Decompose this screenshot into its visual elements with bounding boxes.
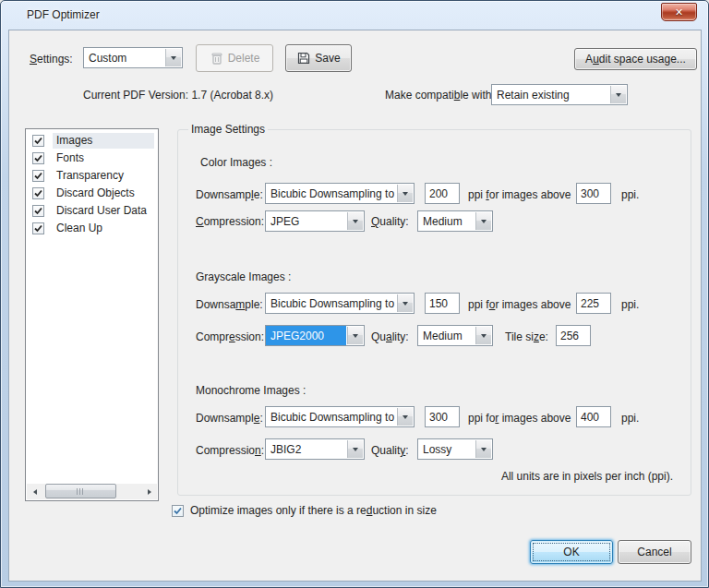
chevron-down-icon xyxy=(397,408,413,426)
compatibility-select[interactable]: Retain existing xyxy=(491,84,628,105)
list-item-label: Images xyxy=(53,133,154,149)
save-button[interactable]: Save xyxy=(285,44,352,72)
color-quality-value: Medium xyxy=(418,211,475,231)
window-title: PDF Optimizer xyxy=(27,8,100,21)
mono-quality-value: Lossy xyxy=(418,439,475,459)
dialog-body: Settings: Custom Delete Save Audit space xyxy=(8,30,702,582)
list-item-images[interactable]: Images xyxy=(27,132,157,150)
color-ppi-suffix: ppi. xyxy=(621,188,639,201)
list-item-transparency[interactable]: Transparency xyxy=(27,167,157,185)
chevron-down-icon xyxy=(475,327,491,344)
options-listbox[interactable]: Images Fonts Transparency Discard Object… xyxy=(25,128,159,501)
cancel-button-label: Cancel xyxy=(637,546,671,558)
color-compression-select[interactable]: JPEG xyxy=(265,210,365,232)
delete-button[interactable]: Delete xyxy=(196,44,273,72)
make-compatible-label: Make compatible with: xyxy=(385,89,495,102)
monochrome-images-heading: Monochrome Images : xyxy=(196,384,306,397)
check-icon xyxy=(33,223,43,234)
checkbox-clean-up[interactable] xyxy=(32,222,44,234)
mono-above-ppi-input[interactable] xyxy=(576,406,611,427)
checkbox-images[interactable] xyxy=(32,135,44,147)
list-item-discard-objects[interactable]: Discard Objects xyxy=(27,185,157,202)
optimize-label: Optimize images only if there is a reduc… xyxy=(190,504,437,517)
list-item-label: Discard User Data xyxy=(53,203,154,219)
list-item-fonts[interactable]: Fonts xyxy=(27,150,157,167)
mono-ppi-suffix: ppi. xyxy=(621,412,639,425)
units-note: All units are in pixels per inch (ppi). xyxy=(501,470,673,483)
gray-quality-select[interactable]: Medium xyxy=(417,325,493,346)
chevron-down-icon xyxy=(347,440,363,458)
settings-select[interactable]: Custom xyxy=(83,47,183,68)
scroll-left-button[interactable] xyxy=(27,484,42,499)
gray-compression-label: Compression: xyxy=(196,330,264,343)
optimize-checkbox[interactable] xyxy=(172,505,184,517)
list-item-discard-user-data[interactable]: Discard User Data xyxy=(27,202,157,220)
current-pdf-version-text: Current PDF Version: 1.7 (Acrobat 8.x) xyxy=(83,89,273,102)
delete-button-label: Delete xyxy=(228,52,260,65)
gray-downsample-select[interactable]: Bicubic Downsampling to xyxy=(265,293,415,314)
scroll-thumb[interactable] xyxy=(45,484,116,498)
mono-quality-label: Quality: xyxy=(371,444,409,457)
list-item-label: Transparency xyxy=(53,168,154,184)
list-item-clean-up[interactable]: Clean Up xyxy=(27,220,157,237)
mono-ppi-input[interactable] xyxy=(425,406,460,427)
audit-button-label: Audit space usage... xyxy=(585,53,686,66)
mono-compression-value: JBIG2 xyxy=(266,439,346,459)
color-quality-label: Quality: xyxy=(371,215,409,228)
close-button[interactable]: ✕ xyxy=(661,3,697,21)
color-compression-label: Compression: xyxy=(196,215,264,228)
color-images-heading: Color Images : xyxy=(200,156,272,169)
check-icon xyxy=(33,136,43,146)
gray-compression-select[interactable]: JPEG2000 xyxy=(265,325,365,346)
chevron-down-icon xyxy=(347,212,363,230)
audit-space-usage-button[interactable]: Audit space usage... xyxy=(574,48,697,70)
gray-tile-size-label: Tile size: xyxy=(505,330,548,343)
ok-button[interactable]: OK xyxy=(530,540,613,564)
color-above-label: ppi for images above xyxy=(468,188,571,201)
mono-compression-select[interactable]: JBIG2 xyxy=(265,438,365,460)
mono-downsample-value: Bicubic Downsampling to xyxy=(266,407,396,426)
color-ppi-input[interactable] xyxy=(425,183,460,204)
color-downsample-select[interactable]: Bicubic Downsampling to xyxy=(265,183,415,204)
checkbox-transparency[interactable] xyxy=(32,170,44,182)
color-above-ppi-input[interactable] xyxy=(576,183,611,204)
check-icon xyxy=(173,506,183,516)
cancel-button[interactable]: Cancel xyxy=(618,540,691,564)
gray-downsample-label: Downsample: xyxy=(196,298,263,311)
gray-tile-size-input[interactable] xyxy=(556,325,591,346)
scroll-track[interactable] xyxy=(42,484,141,499)
color-quality-select[interactable]: Medium xyxy=(417,210,493,232)
listbox-hscrollbar[interactable] xyxy=(27,484,157,499)
gray-downsample-value: Bicubic Downsampling to xyxy=(266,294,396,313)
scroll-right-button[interactable] xyxy=(141,484,157,499)
title-bar[interactable]: PDF Optimizer ✕ xyxy=(1,1,708,30)
save-floppy-icon xyxy=(296,51,311,66)
chevron-down-icon xyxy=(610,86,626,103)
compatibility-select-value: Retain existing xyxy=(492,85,609,104)
gray-above-label: ppi for images above xyxy=(468,298,571,311)
gray-compression-value: JPEG2000 xyxy=(266,326,346,345)
gray-above-ppi-input[interactable] xyxy=(576,293,611,314)
mono-quality-select[interactable]: Lossy xyxy=(417,438,493,460)
gray-quality-label: Quality: xyxy=(371,330,409,343)
chevron-down-icon xyxy=(165,49,181,66)
gray-ppi-input[interactable] xyxy=(425,293,460,314)
gray-quality-value: Medium xyxy=(418,326,475,345)
checkbox-discard-objects[interactable] xyxy=(32,187,44,199)
gray-ppi-suffix: ppi. xyxy=(621,298,639,311)
list-item-label: Fonts xyxy=(53,150,154,166)
mono-above-label: ppi for images above xyxy=(468,412,571,425)
list-item-label: Discard Objects xyxy=(53,186,154,201)
grip-icon xyxy=(77,488,85,495)
color-compression-value: JPEG xyxy=(266,211,346,231)
check-icon xyxy=(33,171,43,181)
arrow-left-icon xyxy=(33,489,37,495)
check-icon xyxy=(33,188,43,198)
arrow-right-icon xyxy=(148,489,151,495)
checkbox-fonts[interactable] xyxy=(32,152,44,164)
checkbox-discard-user-data[interactable] xyxy=(32,205,44,217)
image-settings-group-title: Image Settings xyxy=(188,123,268,136)
mono-downsample-label: Downsample: xyxy=(196,412,263,425)
mono-downsample-select[interactable]: Bicubic Downsampling to xyxy=(265,406,415,427)
mono-compression-label: Compression: xyxy=(196,444,264,457)
